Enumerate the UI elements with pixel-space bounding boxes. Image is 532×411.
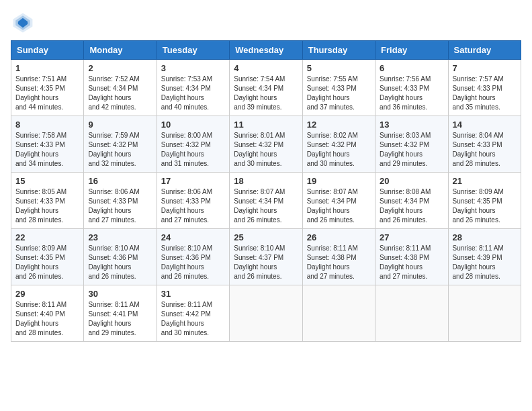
day-info: Sunrise: 7:52 AMSunset: 4:34 PMDaylight … <box>88 75 139 111</box>
logo <box>11 11 38 35</box>
day-number: 25 <box>234 232 298 242</box>
day-info: Sunrise: 8:03 AMSunset: 4:32 PMDaylight … <box>380 132 431 167</box>
day-number: 5 <box>307 63 371 73</box>
day-number: 18 <box>234 176 298 186</box>
day-info: Sunrise: 8:00 AMSunset: 4:32 PMDaylight … <box>161 132 212 167</box>
calendar-header-wednesday: Wednesday <box>230 41 302 60</box>
calendar-cell: 17 Sunrise: 8:06 AMSunset: 4:33 PMDaylig… <box>157 173 229 229</box>
calendar-cell: 27 Sunrise: 8:11 AMSunset: 4:38 PMDaylig… <box>375 229 448 285</box>
day-number: 27 <box>380 232 443 242</box>
calendar-cell <box>448 285 521 342</box>
day-info: Sunrise: 8:07 AMSunset: 4:34 PMDaylight … <box>307 188 358 224</box>
calendar-cell: 26 Sunrise: 8:11 AMSunset: 4:38 PMDaylig… <box>302 229 375 285</box>
day-info: Sunrise: 8:11 AMSunset: 4:42 PMDaylight … <box>161 301 212 336</box>
calendar-cell: 4 Sunrise: 7:54 AMSunset: 4:34 PMDayligh… <box>230 60 302 116</box>
day-number: 4 <box>234 63 298 73</box>
day-info: Sunrise: 8:11 AMSunset: 4:38 PMDaylight … <box>380 244 431 280</box>
calendar-cell <box>302 285 375 342</box>
calendar-cell: 10 Sunrise: 8:00 AMSunset: 4:32 PMDaylig… <box>157 116 229 173</box>
day-number: 14 <box>453 120 517 130</box>
day-info: Sunrise: 7:53 AMSunset: 4:34 PMDaylight … <box>161 75 212 111</box>
day-info: Sunrise: 8:07 AMSunset: 4:34 PMDaylight … <box>234 188 285 224</box>
day-number: 8 <box>15 120 79 130</box>
calendar-cell: 9 Sunrise: 7:59 AMSunset: 4:32 PMDayligh… <box>84 116 157 173</box>
day-number: 20 <box>380 176 443 186</box>
day-number: 24 <box>161 232 225 242</box>
calendar-cell: 7 Sunrise: 7:57 AMSunset: 4:33 PMDayligh… <box>448 60 521 116</box>
calendar-header-tuesday: Tuesday <box>157 41 229 60</box>
day-number: 12 <box>307 120 371 130</box>
page-header <box>11 11 521 35</box>
day-number: 6 <box>380 63 443 73</box>
calendar-cell: 19 Sunrise: 8:07 AMSunset: 4:34 PMDaylig… <box>302 173 375 229</box>
day-info: Sunrise: 8:08 AMSunset: 4:34 PMDaylight … <box>380 188 431 224</box>
day-info: Sunrise: 8:11 AMSunset: 4:41 PMDaylight … <box>88 301 139 336</box>
logo-icon <box>11 11 35 35</box>
day-info: Sunrise: 7:54 AMSunset: 4:34 PMDaylight … <box>234 75 285 111</box>
calendar-cell: 16 Sunrise: 8:06 AMSunset: 4:33 PMDaylig… <box>84 173 157 229</box>
calendar-cell: 31 Sunrise: 8:11 AMSunset: 4:42 PMDaylig… <box>157 285 229 342</box>
day-number: 13 <box>380 120 443 130</box>
day-number: 22 <box>15 232 79 242</box>
day-info: Sunrise: 8:06 AMSunset: 4:33 PMDaylight … <box>88 188 139 224</box>
calendar-cell: 25 Sunrise: 8:10 AMSunset: 4:37 PMDaylig… <box>230 229 302 285</box>
day-number: 28 <box>453 232 517 242</box>
day-info: Sunrise: 8:02 AMSunset: 4:32 PMDaylight … <box>307 132 358 167</box>
day-info: Sunrise: 8:11 AMSunset: 4:38 PMDaylight … <box>307 244 358 280</box>
day-info: Sunrise: 8:01 AMSunset: 4:32 PMDaylight … <box>234 132 285 167</box>
day-number: 29 <box>15 289 79 299</box>
day-info: Sunrise: 8:04 AMSunset: 4:33 PMDaylight … <box>453 132 504 167</box>
day-info: Sunrise: 8:05 AMSunset: 4:33 PMDaylight … <box>15 188 66 224</box>
day-number: 3 <box>161 63 225 73</box>
calendar-cell: 18 Sunrise: 8:07 AMSunset: 4:34 PMDaylig… <box>230 173 302 229</box>
day-info: Sunrise: 8:09 AMSunset: 4:35 PMDaylight … <box>15 244 66 280</box>
calendar-header-saturday: Saturday <box>448 41 521 60</box>
day-number: 23 <box>88 232 152 242</box>
calendar-cell: 15 Sunrise: 8:05 AMSunset: 4:33 PMDaylig… <box>11 173 84 229</box>
day-number: 21 <box>453 176 517 186</box>
calendar-cell: 5 Sunrise: 7:55 AMSunset: 4:33 PMDayligh… <box>302 60 375 116</box>
day-number: 10 <box>161 120 225 130</box>
day-info: Sunrise: 7:58 AMSunset: 4:33 PMDaylight … <box>15 132 66 167</box>
day-info: Sunrise: 8:10 AMSunset: 4:36 PMDaylight … <box>161 244 212 280</box>
day-info: Sunrise: 7:56 AMSunset: 4:33 PMDaylight … <box>380 75 431 111</box>
calendar-header-monday: Monday <box>84 41 157 60</box>
day-info: Sunrise: 8:06 AMSunset: 4:33 PMDaylight … <box>161 188 212 224</box>
calendar-week-2: 8 Sunrise: 7:58 AMSunset: 4:33 PMDayligh… <box>11 116 521 173</box>
day-number: 26 <box>307 232 371 242</box>
day-info: Sunrise: 8:10 AMSunset: 4:36 PMDaylight … <box>88 244 139 280</box>
calendar-cell: 20 Sunrise: 8:08 AMSunset: 4:34 PMDaylig… <box>375 173 448 229</box>
calendar-cell: 21 Sunrise: 8:09 AMSunset: 4:35 PMDaylig… <box>448 173 521 229</box>
calendar-cell: 1 Sunrise: 7:51 AMSunset: 4:35 PMDayligh… <box>11 60 84 116</box>
day-number: 7 <box>453 63 517 73</box>
day-info: Sunrise: 7:55 AMSunset: 4:33 PMDaylight … <box>307 75 358 111</box>
day-number: 1 <box>15 63 79 73</box>
calendar-cell: 8 Sunrise: 7:58 AMSunset: 4:33 PMDayligh… <box>11 116 84 173</box>
calendar-cell: 6 Sunrise: 7:56 AMSunset: 4:33 PMDayligh… <box>375 60 448 116</box>
calendar-week-4: 22 Sunrise: 8:09 AMSunset: 4:35 PMDaylig… <box>11 229 521 285</box>
calendar-cell: 13 Sunrise: 8:03 AMSunset: 4:32 PMDaylig… <box>375 116 448 173</box>
day-info: Sunrise: 7:57 AMSunset: 4:33 PMDaylight … <box>453 75 504 111</box>
day-info: Sunrise: 7:51 AMSunset: 4:35 PMDaylight … <box>15 75 66 111</box>
calendar-table: SundayMondayTuesdayWednesdayThursdayFrid… <box>11 40 521 342</box>
day-number: 2 <box>88 63 152 73</box>
calendar-header-sunday: Sunday <box>11 41 84 60</box>
day-info: Sunrise: 8:11 AMSunset: 4:39 PMDaylight … <box>453 244 504 280</box>
calendar-week-5: 29 Sunrise: 8:11 AMSunset: 4:40 PMDaylig… <box>11 285 521 342</box>
calendar-week-1: 1 Sunrise: 7:51 AMSunset: 4:35 PMDayligh… <box>11 60 521 116</box>
calendar-header-friday: Friday <box>375 41 448 60</box>
calendar-header-thursday: Thursday <box>302 41 375 60</box>
calendar-cell: 22 Sunrise: 8:09 AMSunset: 4:35 PMDaylig… <box>11 229 84 285</box>
calendar-cell: 24 Sunrise: 8:10 AMSunset: 4:36 PMDaylig… <box>157 229 229 285</box>
calendar-header-row: SundayMondayTuesdayWednesdayThursdayFrid… <box>11 41 521 60</box>
day-number: 15 <box>15 176 79 186</box>
calendar-cell: 12 Sunrise: 8:02 AMSunset: 4:32 PMDaylig… <box>302 116 375 173</box>
day-info: Sunrise: 8:11 AMSunset: 4:40 PMDaylight … <box>15 301 66 336</box>
calendar-cell: 2 Sunrise: 7:52 AMSunset: 4:34 PMDayligh… <box>84 60 157 116</box>
calendar-cell: 3 Sunrise: 7:53 AMSunset: 4:34 PMDayligh… <box>157 60 229 116</box>
day-info: Sunrise: 8:10 AMSunset: 4:37 PMDaylight … <box>234 244 285 280</box>
calendar-cell: 30 Sunrise: 8:11 AMSunset: 4:41 PMDaylig… <box>84 285 157 342</box>
calendar-cell: 11 Sunrise: 8:01 AMSunset: 4:32 PMDaylig… <box>230 116 302 173</box>
day-number: 16 <box>88 176 152 186</box>
day-number: 19 <box>307 176 371 186</box>
